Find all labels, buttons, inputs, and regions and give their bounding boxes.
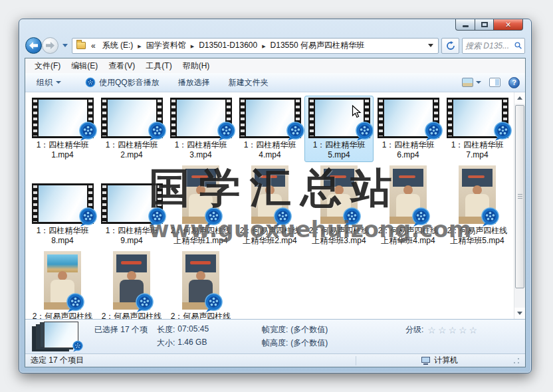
- file-name: 1：四柱精华班9.mp4: [106, 226, 158, 246]
- organize-button[interactable]: 组织: [31, 75, 67, 90]
- file-name: 1：四柱精华班5.mp4: [313, 140, 366, 160]
- file-item[interactable]: 1：四柱精华班6.mp4: [374, 96, 443, 162]
- breadcrumb-item[interactable]: 国学资料馆: [142, 41, 190, 50]
- qq-player-overlay-icon: [285, 121, 306, 142]
- video-thumbnail: [389, 165, 427, 224]
- qq-player-overlay-icon: [411, 207, 431, 227]
- file-item[interactable]: 2：何易声四柱线上精华班3.mp4: [304, 163, 374, 248]
- menu-item-help[interactable]: 帮助(H): [177, 60, 215, 72]
- file-item[interactable]: 1：四柱精华班2.mp4: [97, 96, 166, 162]
- scrollbar[interactable]: [514, 92, 525, 319]
- file-name: 2：何易声四柱线上精华班5.mp4: [447, 226, 508, 246]
- video-thumbnail: [459, 165, 496, 224]
- file-name: 1：四柱精华班2.mp4: [106, 140, 158, 160]
- file-item[interactable]: 2：何易声四柱线上精华班8.mp4: [166, 249, 235, 319]
- breadcrumb-item[interactable]: D13550 何易声四柱精华班: [267, 41, 368, 50]
- breadcrumb-item[interactable]: D13501-D13600: [195, 41, 261, 50]
- minimize-icon: [463, 25, 469, 27]
- file-name: 2：何易声四柱线上精华班3.mp4: [309, 226, 370, 246]
- scroll-up-button[interactable]: [514, 92, 525, 104]
- refresh-icon: [446, 41, 455, 50]
- refresh-button[interactable]: [441, 38, 459, 54]
- minimize-button[interactable]: [455, 19, 475, 31]
- scroll-down-button[interactable]: [514, 308, 525, 319]
- resize-grip[interactable]: [513, 357, 520, 364]
- details-columns: 已选择 17 个项 长度: 07:05:45 大小: 1.46 GB: [94, 324, 518, 349]
- search-input[interactable]: [465, 41, 514, 50]
- maximize-button[interactable]: [475, 19, 494, 31]
- video-thumbnail: [44, 251, 81, 310]
- file-item[interactable]: 1：四柱精华班9.mp4: [97, 181, 166, 248]
- file-name: 1：四柱精华班1.mp4: [37, 140, 89, 160]
- triangle-down-icon: [517, 312, 522, 315]
- new-folder-button[interactable]: 新建文件夹: [223, 75, 275, 90]
- qq-player-overlay-icon: [147, 121, 167, 142]
- qq-player-overlay-icon: [72, 340, 84, 352]
- file-name: 2：何易声四柱线上精华班2.mp4: [240, 226, 300, 246]
- file-item[interactable]: 2：何易声四柱线上精华班1.mp4: [166, 163, 235, 248]
- rating-stars[interactable]: ☆☆☆☆☆: [427, 326, 479, 335]
- file-row: 1：四柱精华班8.mp4 1：四柱精华班9.mp4 2：何易声四柱线上精华班1.…: [28, 163, 514, 248]
- menu-bar: 文件(F) 编辑(E) 查看(V) 工具(T) 帮助(H): [25, 58, 525, 73]
- search-icon[interactable]: [514, 41, 522, 50]
- video-thumbnail: [32, 98, 94, 138]
- history-dropdown-icon[interactable]: [62, 44, 68, 47]
- folder-icon: [76, 42, 86, 49]
- qq-player-overlay-icon: [203, 207, 224, 227]
- selection-stack-icon: [32, 322, 85, 352]
- menu-item-file[interactable]: 文件(F): [29, 60, 66, 72]
- file-item[interactable]: 1：四柱精华班1.mp4: [28, 96, 97, 162]
- size-label: 大小:: [157, 338, 175, 349]
- new-folder-label: 新建文件夹: [229, 77, 269, 88]
- back-button[interactable]: [25, 37, 42, 54]
- details-pane: 已选择 17 个项 长度: 07:05:45 大小: 1.46 GB: [25, 319, 525, 353]
- play-select-button[interactable]: 播放选择: [172, 75, 216, 90]
- file-item[interactable]: 2：何易声四柱线上精华班6.mp4: [28, 249, 97, 319]
- file-name: 1：四柱精华班8.mp4: [37, 226, 89, 246]
- close-button[interactable]: [494, 19, 523, 31]
- qq-play-label: 使用QQ影音播放: [99, 77, 160, 88]
- help-button[interactable]: ?: [508, 77, 520, 88]
- breadcrumb-item[interactable]: 系统 (E:): [98, 41, 138, 50]
- file-item[interactable]: 1：四柱精华班3.mp4: [166, 96, 235, 162]
- file-item[interactable]: 1：四柱精华班4.mp4: [235, 96, 304, 162]
- qq-player-overlay-icon: [134, 292, 155, 313]
- address-dropdown-icon[interactable]: [428, 44, 433, 47]
- address-bar[interactable]: « 系统 (E:)▶国学资料馆▶D13501-D13600▶D13550 何易声…: [72, 38, 439, 54]
- scrollbar-track[interactable]: [514, 104, 525, 308]
- file-item[interactable]: 2：何易声四柱线上精华班5.mp4: [443, 163, 512, 248]
- breadcrumb-collapse[interactable]: «: [88, 41, 98, 50]
- file-name: 2：何易声四柱线上精华班4.mp4: [378, 226, 439, 246]
- qq-player-icon: [85, 77, 96, 88]
- scrollbar-thumb[interactable]: [515, 105, 524, 288]
- qq-player-overlay-icon: [493, 121, 513, 142]
- qq-player-overlay-icon: [203, 292, 224, 313]
- file-item[interactable]: 2：何易声四柱线上精华班7.mp4: [97, 249, 166, 319]
- window-controls: [455, 19, 523, 31]
- status-selection-text: 选定 17 个项目: [31, 355, 352, 366]
- menu-item-edit[interactable]: 编辑(E): [66, 60, 103, 72]
- menu-item-view[interactable]: 查看(V): [103, 60, 140, 72]
- status-bar: 选定 17 个项目 计算机: [25, 353, 525, 367]
- navigation-bar: « 系统 (E:)▶国学资料馆▶D13501-D13600▶D13550 何易声…: [19, 33, 531, 58]
- titlebar[interactable]: [19, 19, 531, 33]
- qq-player-overlay-icon: [78, 207, 98, 227]
- qq-player-overlay-icon: [147, 207, 167, 227]
- qq-player-overlay-icon: [342, 207, 362, 227]
- video-thumbnail: [251, 165, 288, 224]
- file-item[interactable]: 1：四柱精华班7.mp4: [443, 96, 512, 162]
- file-item[interactable]: 2：何易声四柱线上精华班4.mp4: [374, 163, 443, 248]
- frame-height-label: 帧高度:: [262, 338, 288, 349]
- views-button[interactable]: [462, 78, 481, 87]
- forward-button[interactable]: [42, 37, 58, 54]
- qq-player-overlay-icon: [423, 121, 444, 142]
- file-grid: 国学汇总站 www.guoxuehuizong.com 1：四柱精华班1.mp4…: [25, 92, 514, 319]
- file-name: 1：四柱精华班4.mp4: [244, 140, 296, 160]
- file-item[interactable]: 2：何易声四柱线上精华班2.mp4: [235, 163, 304, 248]
- file-item[interactable]: 1：四柱精华班8.mp4: [28, 181, 97, 248]
- preview-pane-button[interactable]: [489, 78, 500, 87]
- qq-player-overlay-icon: [65, 292, 86, 313]
- qq-play-button[interactable]: 使用QQ影音播放: [79, 75, 166, 90]
- search-box[interactable]: [462, 38, 525, 54]
- menu-item-tools[interactable]: 工具(T): [140, 60, 177, 72]
